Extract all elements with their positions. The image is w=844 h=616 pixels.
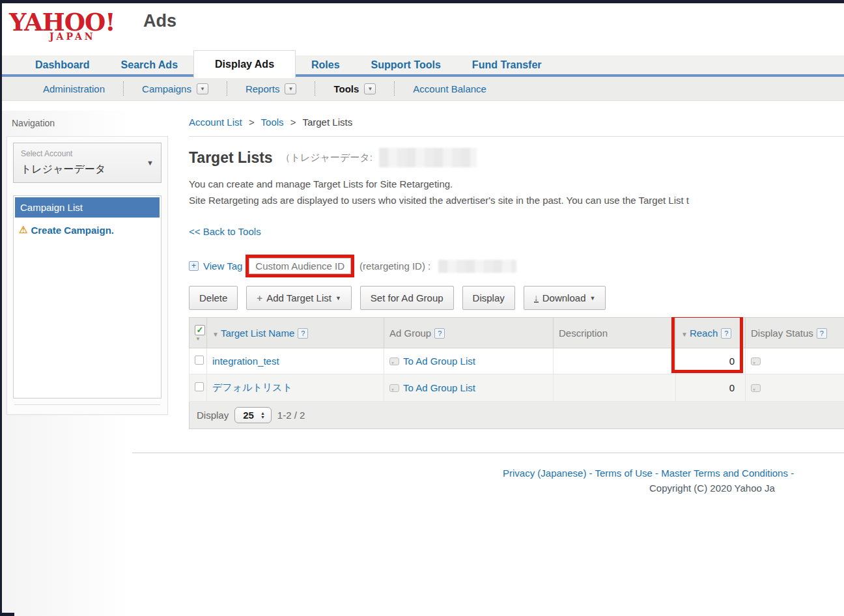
breadcrumb: Account List > Tools > Target Lists [189,117,844,128]
comment-icon[interactable] [751,384,761,392]
footer-link-terms[interactable]: Terms of Use [595,468,652,479]
display-button[interactable]: Display [462,286,515,310]
subnav-account-balance-label: Account Balance [413,83,486,94]
main-panel: Account List > Tools > Target Lists Targ… [168,117,844,429]
tab-roles[interactable]: Roles [296,54,356,76]
pagination-range: 1-2 / 2 [277,410,305,421]
table-row: integration_test To Ad Group List 0 [190,348,844,374]
footer-link-privacy[interactable]: Privacy (Japanese) [503,468,586,479]
display-button-label: Display [473,292,505,303]
comment-icon[interactable] [751,357,761,365]
to-ad-group-list-link[interactable]: To Ad Group List [403,356,475,367]
tab-search-ads[interactable]: Search Ads [106,54,193,76]
download-button-label: Download [542,292,586,303]
row-name-cell: integration_test [207,348,384,374]
help-icon[interactable]: ? [721,328,731,339]
chevron-down-icon[interactable]: ▼ [285,83,296,94]
download-icon: ↓ [534,294,539,303]
footer-link-master-terms[interactable]: Master Terms and Conditions [661,468,788,479]
caret-down-icon: ▼ [335,295,341,301]
ad-group-header-label: Ad Group [389,328,431,339]
subnav-administration[interactable]: Administration [25,83,123,94]
primary-tab-bar: Dashboard Search Ads Display Ads Roles S… [0,55,844,77]
sidebar-item-campaign-list[interactable]: Campaign List [15,197,160,217]
row-reach-cell: 0 [676,348,746,374]
target-list-name-sort-link[interactable]: Target List Name [221,328,294,339]
chevron-down-icon[interactable]: ▼ [364,83,376,94]
sidebar-divider [14,404,160,405]
window-left-edge [0,0,2,616]
breadcrumb-account-list[interactable]: Account List [189,117,242,128]
sidebar: Navigation Select Account トレジャーデータ ▼ Cam… [0,117,168,415]
yahoo-japan-ads-logo[interactable]: YAHOO! JAPAN Ads [9,8,191,48]
account-selector-label: Select Account [21,149,154,158]
account-selector[interactable]: Select Account トレジャーデータ ▼ [13,143,162,183]
row-status-cell [746,348,844,374]
pagination-bar: Display 25 ▲ ▼ 1-2 / 2 [189,402,844,429]
secondary-nav-bar: Administration Campaigns ▼ Reports ▼ Too… [0,77,844,101]
subnav-campaigns[interactable]: Campaigns ▼ [124,83,227,94]
target-list-name-link[interactable]: integration_test [212,356,279,367]
download-button[interactable]: ↓ Download ▼ [524,286,606,310]
add-target-list-button[interactable]: + Add Target List ▼ [246,286,351,310]
set-for-ad-group-button[interactable]: Set for Ad Group [360,286,454,310]
comment-icon[interactable] [389,357,399,365]
comment-icon[interactable] [389,384,399,392]
help-icon[interactable]: ? [434,328,445,339]
tab-support-tools[interactable]: Support Tools [356,54,457,76]
header-ad-group: Ad Group? [384,318,554,348]
page-size-value: 25 [243,410,254,421]
caret-down-icon: ▼ [589,295,595,301]
tab-display-ads[interactable]: Display Ads [193,50,296,78]
warning-icon: ⚠ [19,224,27,236]
chevron-down-icon[interactable]: ▼ [197,83,208,94]
select-menu-caret-icon[interactable]: ▼ [195,336,201,342]
page-size-select[interactable]: 25 ▲ ▼ [234,407,272,423]
page-title: Target Lists [189,149,273,167]
row-checkbox[interactable] [195,356,204,365]
toolbar: Delete + Add Target List ▼ Set for Ad Gr… [189,286,844,310]
row-ad-group-cell: To Ad Group List [384,374,554,402]
view-tag-link[interactable]: View Tag [203,260,242,272]
app-header: YAHOO! JAPAN Ads [0,0,844,55]
header-reach: ▼Reach? [676,318,746,348]
to-ad-group-list-link[interactable]: To Ad Group List [403,382,475,393]
display-status-header-label: Display Status [751,328,813,339]
stepper-icon: ▲ ▼ [260,412,265,419]
expand-plus-icon[interactable]: + [189,261,199,271]
header-display-status: Display Status? [746,318,844,348]
subnav-account-balance[interactable]: Account Balance [395,83,505,94]
custom-audience-id-label: Custom Audience ID [249,258,351,274]
delete-button-label: Delete [199,292,227,303]
subnav-reports[interactable]: Reports ▼ [227,83,315,94]
header-description: Description [554,318,676,348]
delete-button[interactable]: Delete [189,286,238,310]
sidebar-item-create-campaign[interactable]: ⚠ Create Campaign. [15,217,160,242]
sidebar-panel: Select Account トレジャーデータ ▼ Campaign List … [7,136,168,415]
target-list-name-link[interactable]: デフォルトリスト [212,382,292,393]
tab-dashboard[interactable]: Dashboard [20,54,106,76]
redacted-retargeting-id [438,260,516,273]
sidebar-item-create-campaign-label: Create Campaign. [31,225,114,236]
subnav-tools[interactable]: Tools ▼ [315,83,394,94]
sidebar-nav-list: Campaign List ⚠ Create Campaign. [13,195,162,399]
back-to-tools-link[interactable]: << Back to Tools [189,226,261,237]
footer-separator: - [586,468,595,479]
help-icon[interactable]: ? [817,328,827,339]
row-checkbox[interactable] [195,382,204,391]
help-icon[interactable]: ? [298,328,308,339]
set-for-ad-group-label: Set for Ad Group [371,292,443,303]
target-list-table: ✓ ▼ ▼Target List Name? Ad Group? Descrip… [189,317,844,402]
stepper-down-icon: ▼ [260,415,265,419]
row-name-cell: デフォルトリスト [207,374,384,402]
header-target-list-name: ▼Target List Name? [207,318,384,348]
view-tag-row: + View Tag Custom Audience ID (retargeti… [189,255,844,277]
reach-sort-link[interactable]: Reach [690,328,718,339]
select-all-checkbox[interactable]: ✓ [195,325,205,335]
breadcrumb-tools[interactable]: Tools [261,117,284,128]
tab-fund-transfer[interactable]: Fund Transfer [457,54,557,76]
subnav-campaigns-label: Campaigns [142,83,191,94]
sort-desc-icon: ▼ [681,331,688,338]
retargeting-id-label: (retargeting ID) : [359,260,430,272]
row-status-cell [746,374,844,402]
